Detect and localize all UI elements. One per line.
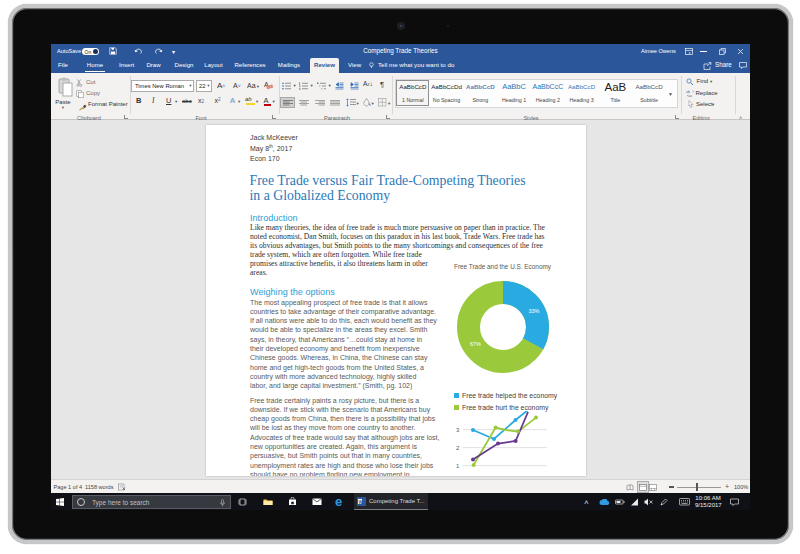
svg-text:2: 2 <box>456 445 460 451</box>
svg-text:33%: 33% <box>529 308 540 314</box>
svg-text:1: 1 <box>456 463 460 469</box>
svg-text:ab: ab <box>686 90 690 94</box>
svg-text:3: 3 <box>456 427 460 433</box>
svg-text:ac: ac <box>688 94 692 98</box>
svg-text:67%: 67% <box>470 341 481 347</box>
